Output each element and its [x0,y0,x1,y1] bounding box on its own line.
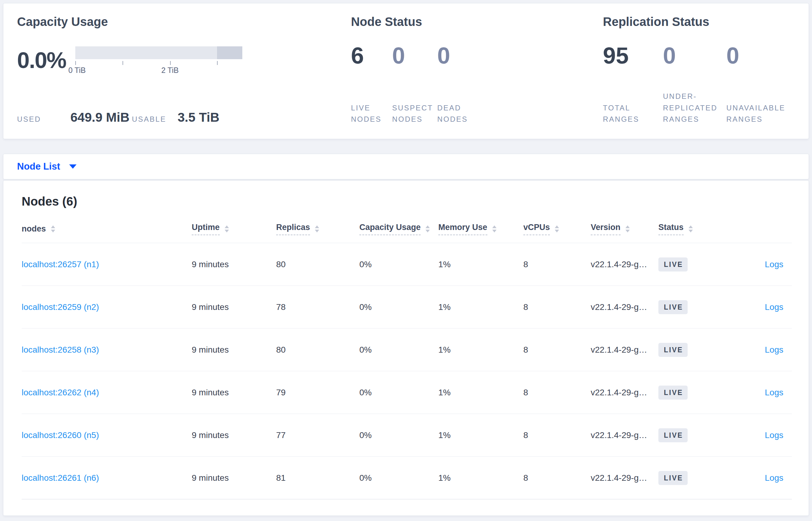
memory-cell: 1% [438,430,523,440]
memory-cell: 1% [438,473,523,483]
under-replicated-ranges-value: 0 [663,44,726,67]
usable-value: 3.5 TiB [178,110,219,125]
uptime-cell: 9 minutes [192,473,276,483]
tick-label-2tib: 2 TiB [161,66,178,75]
logs-link[interactable]: Logs [765,473,783,482]
under-replicated-ranges-label: UNDER-REPLICATED RANGES [663,91,726,125]
table-row: localhost:26261 (n6) 9 minutes 81 0% 1% … [22,457,792,499]
nodes-table-title: Nodes (6) [22,195,792,208]
cluster-summary-card: Capacity Usage 0.0% 0 TiB 2 TiB [3,3,809,139]
capacity-bar [75,46,242,59]
capacity-usage-footer: USED 649.9 MiB USABLE 3.5 TiB [17,110,348,125]
logs-link[interactable]: Logs [765,430,783,440]
replicas-cell: 79 [276,388,359,398]
version-cell: v22.1.4-29-g… [591,302,659,312]
node-link[interactable]: localhost:26261 (n6) [22,473,99,482]
chevron-down-icon [69,164,76,169]
capacity-gauge: 0.0% 0 TiB 2 TiB [17,45,348,76]
dead-nodes-value: 0 [437,44,489,67]
unavailable-ranges-stat: 0 UNAVAILABLE RANGES [726,44,799,125]
used-label: USED [17,115,70,123]
capacity-cell: 0% [359,388,438,398]
node-link[interactable]: localhost:26262 (n4) [22,388,99,397]
under-replicated-ranges-stat: 0 UNDER-REPLICATED RANGES [663,44,726,125]
total-ranges-label: TOTAL RANGES [603,102,658,125]
logs-link[interactable]: Logs [765,259,783,269]
logs-link[interactable]: Logs [765,302,783,312]
sort-icon [426,225,430,232]
replicas-cell: 77 [276,430,359,440]
capacity-cell: 0% [359,345,438,355]
suspect-nodes-value: 0 [392,44,437,67]
node-link[interactable]: localhost:26257 (n1) [22,259,99,269]
version-cell: v22.1.4-29-g… [591,430,659,440]
replicas-cell: 80 [276,259,359,269]
capacity-usage-panel: Capacity Usage 0.0% 0 TiB 2 TiB [17,15,348,125]
sort-icon [225,225,229,232]
column-header-status[interactable]: Status [659,223,729,235]
capacity-percent: 0.0% [17,47,66,73]
version-cell: v22.1.4-29-g… [591,473,659,483]
tick-label-0tib: 0 TiB [68,66,86,75]
memory-cell: 1% [438,345,523,355]
nodes-table-header: nodes Uptime Replicas Capacity Usage Mem… [22,215,792,243]
column-header-vcpus[interactable]: vCPUs [523,223,591,235]
capacity-cell: 0% [359,302,438,312]
vcpus-cell: 8 [523,388,591,398]
status-badge: LIVE [659,386,688,400]
capacity-bar-reserved-segment [217,46,242,59]
uptime-cell: 9 minutes [192,302,276,312]
memory-cell: 1% [438,388,523,398]
column-header-capacity-usage[interactable]: Capacity Usage [359,223,438,235]
status-badge: LIVE [659,428,688,442]
suspect-nodes-stat: 0 SUSPECT NODES [392,44,437,125]
total-ranges-value: 95 [603,44,663,67]
logs-link[interactable]: Logs [765,345,783,355]
node-status-title: Node Status [351,15,600,29]
replicas-cell: 78 [276,302,359,312]
live-nodes-value: 6 [351,44,392,67]
column-header-uptime[interactable]: Uptime [192,223,276,235]
node-list-dropdown[interactable]: Node List [17,161,76,172]
total-ranges-stat: 95 TOTAL RANGES [603,44,663,125]
version-cell: v22.1.4-29-g… [591,388,659,398]
used-value: 649.9 MiB [70,110,129,125]
status-badge: LIVE [659,471,688,485]
sort-icon [625,225,630,232]
node-list-dropdown-label: Node List [17,161,60,172]
vcpus-cell: 8 [523,259,591,269]
column-header-nodes[interactable]: nodes [22,224,192,234]
capacity-bar-ticks [75,59,242,66]
vcpus-cell: 8 [523,345,591,355]
node-status-panel: Node Status 6 LIVE NODES 0 SUSPECT NODES… [348,15,600,125]
usable-label: USABLE [132,115,178,123]
capacity-cell: 0% [359,473,438,483]
unavailable-ranges-label: UNAVAILABLE RANGES [726,102,798,125]
capacity-usage-title: Capacity Usage [17,15,348,29]
status-badge: LIVE [659,343,688,357]
column-header-replicas[interactable]: Replicas [276,223,359,235]
capacity-cell: 0% [359,259,438,269]
version-cell: v22.1.4-29-g… [591,345,659,355]
vcpus-cell: 8 [523,430,591,440]
table-row: localhost:26258 (n3) 9 minutes 80 0% 1% … [22,329,792,371]
vcpus-cell: 8 [523,473,591,483]
replication-status-title: Replication Status [603,15,799,29]
sort-icon [315,225,319,232]
table-row: localhost:26260 (n5) 9 minutes 77 0% 1% … [22,414,792,457]
suspect-nodes-label: SUSPECT NODES [392,102,438,125]
version-cell: v22.1.4-29-g… [591,259,659,269]
uptime-cell: 9 minutes [192,345,276,355]
logs-link[interactable]: Logs [765,388,783,397]
column-header-memory-use[interactable]: Memory Use [438,223,523,235]
node-link[interactable]: localhost:26258 (n3) [22,345,99,355]
sort-icon [492,225,497,232]
table-row: localhost:26262 (n4) 9 minutes 79 0% 1% … [22,371,792,414]
column-header-version[interactable]: Version [591,223,659,235]
live-nodes-label: LIVE NODES [351,102,390,125]
replicas-cell: 80 [276,345,359,355]
node-link[interactable]: localhost:26260 (n5) [22,430,99,440]
node-link[interactable]: localhost:26259 (n2) [22,302,99,312]
nodes-table-card: Nodes (6) nodes Uptime Replicas Capacity… [3,180,809,516]
sort-icon [555,225,559,232]
